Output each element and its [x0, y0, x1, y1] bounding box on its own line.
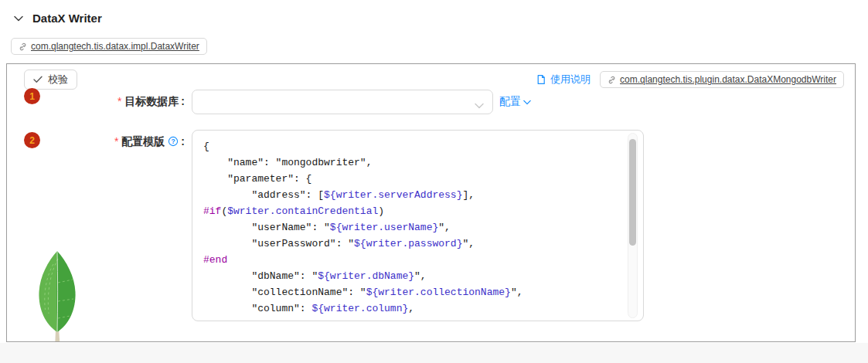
leaf-left-half	[39, 251, 57, 332]
validate-button[interactable]: 校验	[24, 70, 77, 90]
code-line: "upsertInfo": {	[203, 317, 621, 321]
configure-database-link[interactable]: 配置	[499, 95, 531, 109]
check-icon	[33, 76, 43, 83]
select-chevron-down-icon	[475, 98, 484, 112]
writer-config-panel: 校验 使用说明 com.qlangtech.tis.plugin.datax.D…	[6, 63, 856, 342]
field-label-text: 目标数据库	[124, 95, 179, 107]
section-header: DataX Writer	[14, 12, 102, 25]
code-line: "address": [${writer.serverAddress}],	[203, 187, 621, 203]
link-icon	[19, 42, 27, 51]
required-mark: *	[114, 135, 118, 148]
writer-class-text: com.qlangtech.tis.datax.impl.DataxWriter	[31, 41, 199, 52]
page-footer-background	[0, 343, 868, 363]
code-line: "userPassword": "${writer.password}",	[203, 236, 621, 252]
code-line: "name": "mongodbwriter",	[203, 154, 621, 171]
config-chevron-down-icon	[523, 100, 531, 105]
doc-icon	[536, 74, 546, 85]
writer-class-link[interactable]: com.qlangtech.tis.datax.impl.DataxWriter	[11, 38, 207, 55]
plugin-class-text: com.qlangtech.tis.plugin.datax.DataXMong…	[620, 74, 836, 85]
field-label-text: 配置模版	[121, 135, 165, 148]
leaf-right-half	[56, 251, 75, 332]
code-line: "dbName": "${writer.dbName}",	[203, 268, 621, 284]
editor-scrollbar-thumb[interactable]	[629, 139, 636, 246]
editor-scrollbar-track[interactable]	[628, 133, 638, 318]
paperclip-icon	[608, 76, 616, 84]
usage-doc-link[interactable]: 使用说明	[536, 73, 591, 87]
field-label-target-database: *目标数据库:	[7, 95, 185, 109]
code-line: "collectionName": "${writer.collectionNa…	[203, 284, 621, 300]
code-line: "column": ${writer.column},	[203, 300, 621, 317]
target-database-select[interactable]	[192, 90, 493, 114]
help-question-icon[interactable]: ?	[168, 136, 179, 149]
code-line: #if($writer.containCredential)	[203, 203, 621, 219]
required-mark: *	[117, 95, 121, 107]
code-line: #end	[203, 252, 621, 268]
page-title: DataX Writer	[32, 12, 102, 25]
collapse-chevron-icon[interactable]	[14, 15, 23, 22]
field-label-config-template: *配置模版?:	[7, 135, 185, 149]
panel-topbar: 使用说明 com.qlangtech.tis.plugin.datax.Data…	[536, 71, 844, 88]
usage-doc-label: 使用说明	[550, 73, 591, 87]
code-line: "userName": "${writer.userName}",	[203, 219, 621, 236]
config-template-editor[interactable]: { "name": "mongodbwriter", "parameter": …	[192, 130, 644, 321]
plugin-class-link[interactable]: com.qlangtech.tis.plugin.datax.DataXMong…	[600, 71, 844, 88]
code-line: {	[203, 138, 621, 154]
code-line: "parameter": {	[203, 171, 621, 187]
label-colon: :	[181, 135, 185, 148]
label-colon: :	[181, 95, 185, 107]
code-content: { "name": "mongodbwriter", "parameter": …	[192, 131, 643, 321]
svg-text:?: ?	[172, 137, 175, 145]
mongodb-leaf-logo	[30, 249, 84, 341]
validate-button-label: 校验	[48, 73, 68, 87]
configure-link-label: 配置	[499, 95, 521, 109]
